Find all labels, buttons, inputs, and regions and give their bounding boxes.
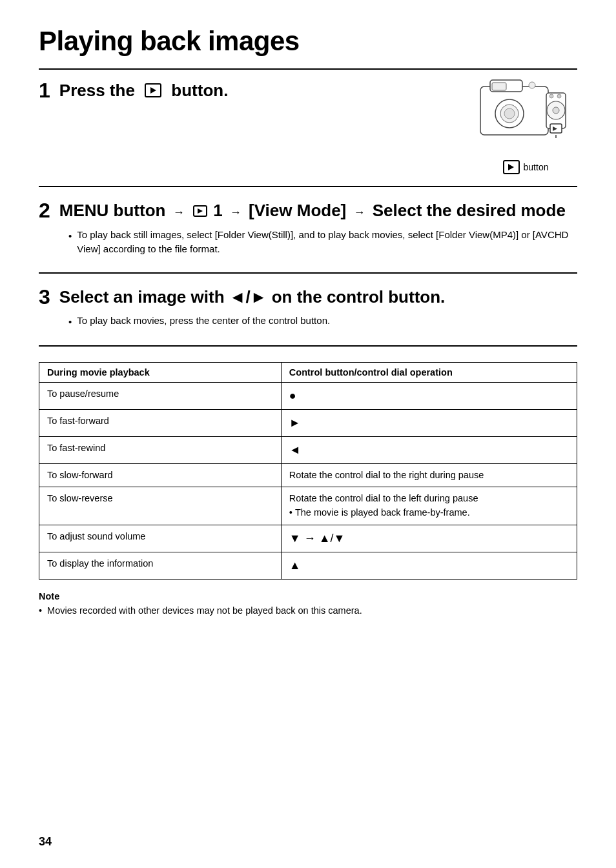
step-1: 1 Press the button. [39, 80, 577, 186]
table-cell-control: ◄ [281, 436, 577, 463]
step-3: 3 Select an image with ◄/► on the contro… [39, 287, 577, 341]
svg-point-10 [549, 94, 553, 98]
divider-3 [39, 272, 577, 274]
table-cell-action: To pause/resume [39, 382, 282, 409]
table-cell-action: To slow-forward [39, 463, 282, 487]
step-2-body: • To play back still images, select [Fol… [68, 228, 577, 257]
table-cell-action: To slow-reverse [39, 487, 282, 525]
table-col2-header: Control button/control dial operation [281, 362, 577, 382]
page-title: Playing back images [39, 26, 577, 57]
step-2-title: MENU button → 1 → [View Mode] → Select t… [59, 200, 566, 221]
divider-4 [39, 345, 577, 347]
table-cell-control: ▼ → ▲/▼ [281, 525, 577, 552]
table-cell-action: To adjust sound volume [39, 525, 282, 552]
bullet-dot-2: • [68, 229, 72, 244]
table-row: To display the information▲ [39, 552, 577, 579]
bullet-dot-3: • [68, 315, 72, 330]
menu-play-icon [193, 205, 207, 217]
table-cell-control: Rotate the control dial to the right dur… [281, 463, 577, 487]
step-1-number: 1 [39, 80, 50, 101]
table-cell-action: To display the information [39, 552, 282, 579]
svg-point-11 [557, 94, 561, 98]
table-cell-action: To fast-forward [39, 409, 282, 436]
table-col1-header: During movie playback [39, 362, 282, 382]
step-3-title: Select an image with ◄/► on the control … [59, 287, 446, 308]
camera-button-label: button [524, 162, 549, 172]
table-row: To fast-rewind◄ [39, 436, 577, 463]
svg-point-9 [553, 107, 559, 114]
svg-rect-5 [492, 83, 506, 90]
table-row: To pause/resume● [39, 382, 577, 409]
note-text: Movies recorded with other devices may n… [47, 604, 362, 618]
table-cell-control: ► [281, 409, 577, 436]
table-cell-action: To fast-rewind [39, 436, 282, 463]
camera-button-label-row: button [503, 160, 549, 174]
step-1-title: Press the button. [59, 80, 229, 101]
table-row: To adjust sound volume▼ → ▲/▼ [39, 525, 577, 552]
table-row: To slow-forwardRotate the control dial t… [39, 463, 577, 487]
table-cell-control: Rotate the control dial to the left duri… [281, 487, 577, 525]
step-2: 2 MENU button → 1 → [View Mode] → Select… [39, 200, 577, 268]
play-button-icon [145, 83, 161, 97]
playback-table: During movie playback Control button/con… [39, 362, 577, 580]
step-3-number: 3 [39, 287, 50, 307]
step-2-number: 2 [39, 200, 50, 221]
divider-1 [39, 68, 577, 70]
note-section: Note • Movies recorded with other device… [39, 591, 577, 618]
play-icon-small [503, 160, 520, 174]
page-number: 34 [39, 835, 52, 849]
note-bullet-dot: • [39, 604, 42, 618]
svg-point-4 [504, 108, 515, 119]
divider-2 [39, 186, 577, 187]
table-cell-control: ▲ [281, 552, 577, 579]
camera-diagram: button [474, 74, 577, 174]
step-3-body: • To play back movies, press the center … [68, 314, 577, 330]
table-row: To fast-forward► [39, 409, 577, 436]
table-row: To slow-reverseRotate the control dial t… [39, 487, 577, 525]
table-cell-control: ● [281, 382, 577, 409]
note-title: Note [39, 591, 577, 601]
svg-point-6 [529, 82, 535, 88]
